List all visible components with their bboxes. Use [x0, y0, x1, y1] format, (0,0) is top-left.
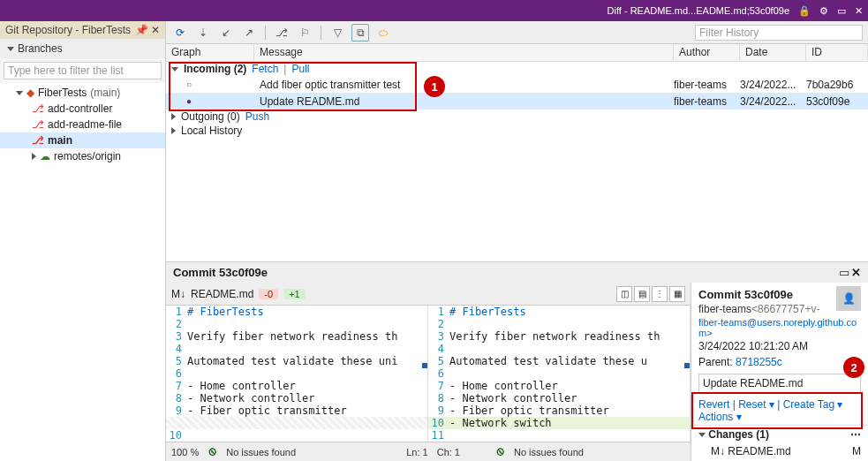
branches-header[interactable]: Branches: [0, 39, 165, 58]
issues-left: No issues found: [226, 447, 296, 457]
tag-icon[interactable]: ⬭: [374, 24, 392, 42]
details-author-id: <86677757+v-: [751, 303, 819, 315]
file-icon: M↓: [711, 445, 725, 457]
commit-row[interactable]: ○ Add fiber optic transmitter test fiber…: [166, 76, 868, 93]
branch-item-main[interactable]: ⎇main: [0, 132, 165, 148]
settings-icon[interactable]: ⚙: [819, 5, 828, 17]
commit-message: Update README.md: [254, 95, 674, 108]
history-columns: Graph Message Author Date ID: [166, 44, 868, 62]
repo-name: FiberTests: [38, 87, 87, 99]
create-tag-link[interactable]: Create Tag: [783, 398, 834, 411]
more-icon[interactable]: ⋯: [850, 428, 861, 441]
branch-item[interactable]: ⎇add-controller: [0, 101, 165, 117]
changes-header[interactable]: Changes (1) ⋯: [691, 425, 868, 443]
push-icon[interactable]: ↗: [240, 24, 258, 42]
chevron-down-icon: [698, 433, 706, 437]
window-close-icon[interactable]: ✕: [855, 5, 863, 17]
actions-link[interactable]: Actions: [698, 411, 733, 423]
avatar-icon: 👤: [836, 286, 861, 311]
parent-hash-link[interactable]: 8718255c: [736, 356, 782, 368]
filter-history-input[interactable]: Filter History: [695, 25, 863, 41]
panel-tab-title: Git Repository - FiberTests: [5, 24, 131, 36]
window-restore-icon[interactable]: ▭: [837, 5, 846, 17]
details-email[interactable]: fiber-teams@users.noreply.github.com>: [691, 317, 868, 338]
chevron-down-icon: [16, 91, 23, 95]
remotes-label: remotes/origin: [54, 150, 121, 162]
branch-filter-input[interactable]: Type here to filter the list: [4, 62, 162, 79]
push-link[interactable]: Push: [245, 110, 269, 123]
reset-link[interactable]: Reset: [738, 398, 766, 411]
branch-label: add-readme-file: [48, 118, 122, 131]
check-icon: 🛇: [208, 447, 217, 457]
status-bar: 100 % 🛇 No issues found Ln: 1 Ch: 1 🛇 No…: [166, 442, 691, 461]
branch-icon: ⎇: [32, 118, 44, 131]
branch-item[interactable]: ⎇add-readme-file: [0, 117, 165, 132]
added-badge: +1: [283, 289, 306, 299]
details-header: Commit 53c0f09e: [691, 283, 836, 303]
panel-tab-header[interactable]: Git Repository - FiberTests 📌 ✕: [0, 21, 165, 39]
filter-icon[interactable]: ▽: [328, 24, 346, 42]
view-tree-icon[interactable]: ⋮: [652, 286, 668, 302]
chevron-down-icon: [171, 67, 178, 72]
commit-id: 7b0a29b6: [806, 79, 868, 91]
compare-icon[interactable]: ⧉: [351, 24, 369, 42]
view-inline-icon[interactable]: ▤: [634, 286, 650, 302]
diff-left[interactable]: 1# FiberTests23Verify fiber network read…: [166, 306, 428, 442]
branch-label: main: [48, 134, 72, 147]
fetch-link[interactable]: Fetch: [252, 63, 278, 75]
maximize-icon[interactable]: ▭: [839, 266, 849, 279]
col-id[interactable]: ID: [806, 44, 868, 61]
parent-label: Parent:: [698, 356, 733, 368]
branches-label: Branches: [18, 42, 63, 55]
branch-icon: ⎇: [32, 102, 44, 115]
cloud-icon: ☁: [40, 150, 50, 162]
commit-row-selected[interactable]: ● Update README.md fiber-teams 3/24/2022…: [166, 93, 868, 110]
char-indicator: Ch: 1: [437, 447, 460, 457]
col-message[interactable]: Message: [254, 44, 674, 61]
branch-label: add-controller: [48, 102, 112, 115]
git-repository-panel: Git Repository - FiberTests 📌 ✕ Branches…: [0, 21, 166, 461]
tag-tool-icon[interactable]: ⚐: [296, 24, 313, 42]
fetch-icon[interactable]: ⇣: [194, 24, 212, 42]
diff-title: Diff - README.md...EADME.md;53c0f09e: [608, 5, 789, 16]
close-icon[interactable]: ✕: [851, 266, 861, 279]
pull-icon[interactable]: ↙: [217, 24, 235, 42]
view-list-icon[interactable]: ▦: [669, 286, 685, 302]
commit-date: 3/24/2022...: [740, 79, 806, 91]
remotes-item[interactable]: ☁remotes/origin: [0, 148, 165, 164]
pin-icon[interactable]: 📌 ✕: [135, 24, 160, 36]
diff-right[interactable]: 1# FiberTests23Verify fiber network read…: [428, 306, 691, 442]
details-date: 3/24/2022 10:21:20 AM: [691, 338, 868, 354]
refresh-icon[interactable]: ⟳: [171, 24, 189, 42]
issues-right: No issues found: [514, 447, 584, 457]
commit-message-box[interactable]: Update README.md: [698, 374, 861, 393]
local-history-group[interactable]: Local History: [166, 124, 868, 138]
diff-file-icon: M↓: [171, 288, 185, 300]
outgoing-label: Outgoing (0): [181, 110, 240, 123]
diff-viewer: M↓ README.md -0 +1 ◫ ▤ ⋮ ▦ 1# FiberTests…: [166, 283, 691, 461]
pull-link[interactable]: Pull: [291, 63, 309, 75]
zoom-level[interactable]: 100 %: [171, 447, 199, 457]
view-sidebyside-icon[interactable]: ◫: [616, 286, 632, 302]
graph-node-icon: ○: [171, 79, 207, 89]
commit-author: fiber-teams: [674, 95, 740, 108]
lock-icon: 🔒: [798, 5, 811, 17]
col-author[interactable]: Author: [674, 44, 740, 61]
incoming-group[interactable]: Incoming (2) Fetch | Pull: [166, 62, 868, 76]
col-graph[interactable]: Graph: [166, 44, 254, 61]
revert-link[interactable]: Revert: [698, 398, 729, 411]
commit-message: Add fiber optic transmitter test: [254, 79, 674, 91]
commit-header-title: Commit 53c0f09e: [173, 266, 268, 279]
changed-file-item[interactable]: M↓ README.md M: [691, 443, 868, 459]
commit-id: 53c0f09e: [806, 95, 868, 108]
details-author: fiber-teams: [698, 303, 751, 315]
branch-tool-icon[interactable]: ⎇: [273, 24, 291, 42]
branch-tree: ◆ FiberTests (main) ⎇add-controller ⎇add…: [0, 83, 165, 461]
removed-badge: -0: [259, 289, 278, 299]
outgoing-group[interactable]: Outgoing (0) Push: [166, 110, 868, 124]
history-toolbar: ⟳ ⇣ ↙ ↗ ⎇ ⚐ ▽ ⧉ ⬭ Filter History: [166, 21, 868, 44]
commit-author: fiber-teams: [674, 79, 740, 91]
repo-root-item[interactable]: ◆ FiberTests (main): [0, 85, 165, 101]
chevron-right-icon: [171, 113, 176, 120]
col-date[interactable]: Date: [740, 44, 806, 61]
